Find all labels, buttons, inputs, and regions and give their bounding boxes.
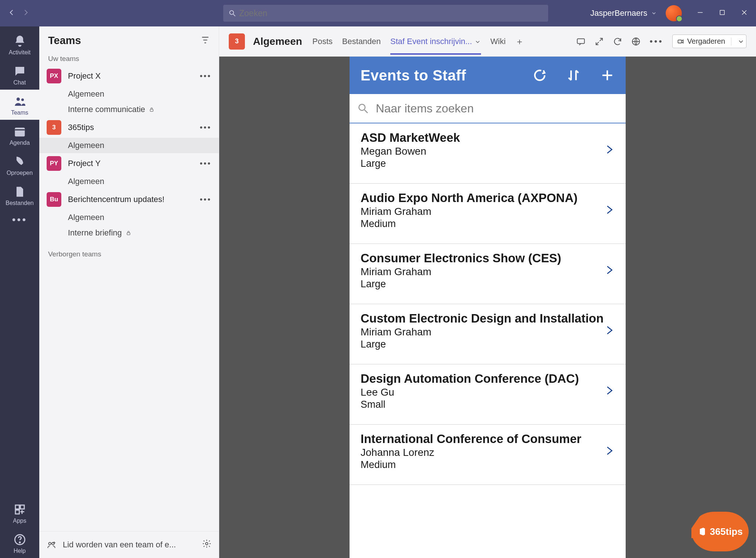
join-team-label[interactable]: Lid worden van een team of e... (63, 540, 176, 550)
add-icon[interactable] (600, 68, 615, 83)
app-rail: Activiteit Chat Teams Agenda Oproepen Be… (0, 26, 39, 558)
event-row[interactable]: Audio Expo North America (AXPONA) Miriam… (350, 184, 626, 244)
event-size: Large (361, 339, 604, 350)
rail-chat[interactable]: Chat (0, 60, 39, 90)
rail-more[interactable]: ••• (0, 210, 39, 228)
rail-agenda[interactable]: Agenda (0, 120, 39, 150)
globe-icon[interactable] (631, 37, 641, 46)
tab-files[interactable]: Bestanden (342, 29, 381, 54)
nav-forward-button[interactable] (22, 9, 29, 18)
channel-avatar: 3 (229, 33, 245, 50)
window-close-button[interactable] (741, 9, 748, 18)
team-row[interactable]: PY Project Y ••• (39, 153, 219, 174)
camera-icon (677, 38, 684, 45)
svg-line-1 (233, 14, 235, 16)
event-person: Lee Gu (361, 386, 604, 398)
svg-rect-18 (127, 233, 130, 235)
channel-row[interactable]: Algemeen (39, 174, 219, 189)
events-pane-header: Events to Staff (350, 57, 626, 94)
event-size: Large (361, 158, 604, 169)
section-hidden-teams[interactable]: Verborgen teams (39, 249, 219, 261)
channel-label: Interne briefing (68, 228, 122, 238)
chevron-right-icon (604, 382, 615, 400)
svg-point-0 (230, 11, 234, 15)
more-actions-button[interactable]: ••• (650, 36, 663, 47)
team-more-button[interactable]: ••• (200, 159, 211, 168)
event-person: Miriam Graham (361, 326, 604, 338)
event-person: Johanna Lorenz (361, 447, 604, 458)
rail-teams-label: Teams (0, 109, 39, 116)
user-avatar[interactable] (666, 5, 682, 21)
refresh-icon[interactable] (532, 68, 547, 83)
channel-row[interactable]: Algemeen (39, 210, 219, 225)
svg-rect-3 (720, 10, 724, 15)
svg-rect-12 (15, 510, 19, 514)
team-row[interactable]: Bu Berichtencentrum updates! ••• (39, 189, 219, 210)
channel-label: Algemeen (68, 213, 104, 222)
rail-files-label: Bestanden (0, 200, 39, 206)
channel-row[interactable]: Interne communicatie (39, 102, 219, 117)
channel-label: Algemeen (68, 141, 104, 150)
search-input[interactable] (239, 8, 543, 18)
rail-teams[interactable]: Teams (0, 90, 39, 120)
sort-icon[interactable] (566, 68, 581, 83)
team-more-button[interactable]: ••• (200, 71, 211, 81)
event-row[interactable]: ASD MarketWeek Megan Bowen Large (350, 123, 626, 184)
lock-icon (149, 107, 155, 112)
channel-row[interactable]: Algemeen (39, 86, 219, 102)
channel-row[interactable]: Algemeen (39, 138, 219, 153)
rail-agenda-label: Agenda (0, 140, 39, 146)
window-minimize-button[interactable] (697, 9, 704, 18)
events-search-input[interactable] (376, 102, 618, 115)
nav-back-button[interactable] (8, 9, 15, 18)
event-row[interactable]: Custom Electronic Design and Installatio… (350, 304, 626, 364)
lock-icon (126, 230, 131, 236)
svg-point-6 (17, 98, 20, 101)
global-search[interactable] (223, 5, 548, 22)
teams-sidepanel: Teams Uw teams PX Project X •••AlgemeenI… (39, 26, 219, 558)
rail-activity[interactable]: Activiteit (0, 29, 39, 60)
rail-apps[interactable]: Apps (0, 498, 39, 528)
event-person: Miriam Graham (361, 266, 604, 278)
event-person: Miriam Graham (361, 206, 604, 217)
expand-icon[interactable] (594, 37, 604, 46)
tab-surface: Events to Staff ASD MarketWeek Megan Bow… (219, 57, 756, 558)
team-avatar: PY (47, 156, 61, 171)
sidepanel-title: Teams (48, 35, 81, 47)
events-search[interactable] (350, 94, 626, 123)
rail-calls[interactable]: Oproepen (0, 150, 39, 180)
conversation-icon[interactable] (576, 37, 586, 46)
window-maximize-button[interactable] (719, 9, 726, 18)
chevron-down-icon[interactable] (651, 10, 657, 16)
chevron-down-icon[interactable] (474, 39, 481, 45)
event-row[interactable]: International Conference of Consumer Joh… (350, 425, 626, 485)
event-person: Megan Bowen (361, 145, 604, 157)
tab-posts[interactable]: Posts (312, 29, 333, 54)
add-tab-button[interactable]: ＋ (515, 36, 524, 47)
event-row[interactable]: Design Automation Conference (DAC) Lee G… (350, 364, 626, 425)
event-row[interactable]: Consumer Electronics Show (CES) Miriam G… (350, 244, 626, 304)
team-row[interactable]: 3 365tips ••• (39, 117, 219, 138)
rail-calls-label: Oproepen (0, 170, 39, 176)
filter-button[interactable] (200, 35, 210, 46)
user-name[interactable]: JasperBernaers (590, 8, 647, 18)
rail-help[interactable]: Help (0, 528, 39, 558)
channel-label: Algemeen (68, 177, 104, 186)
events-pane: Events to Staff ASD MarketWeek Megan Bow… (350, 57, 626, 558)
rail-files[interactable]: Bestanden (0, 180, 39, 210)
settings-button[interactable] (202, 539, 211, 551)
event-title: Audio Expo North America (AXPONA) (361, 191, 604, 205)
team-row[interactable]: PX Project X ••• (39, 66, 219, 86)
reload-icon[interactable] (613, 37, 622, 46)
tab-staf-event[interactable]: Staf Event inschrijvin... (390, 29, 481, 54)
brand-badge: 365tips (691, 512, 749, 551)
svg-rect-24 (578, 39, 585, 43)
meet-button[interactable]: Vergaderen (672, 35, 746, 48)
tab-wiki[interactable]: Wiki (491, 29, 506, 54)
svg-point-23 (206, 543, 208, 545)
chevron-down-icon[interactable] (737, 38, 745, 45)
channel-row[interactable]: Interne briefing (39, 225, 219, 241)
rail-activity-label: Activiteit (0, 49, 39, 56)
team-more-button[interactable]: ••• (200, 195, 211, 204)
team-more-button[interactable]: ••• (200, 123, 211, 132)
